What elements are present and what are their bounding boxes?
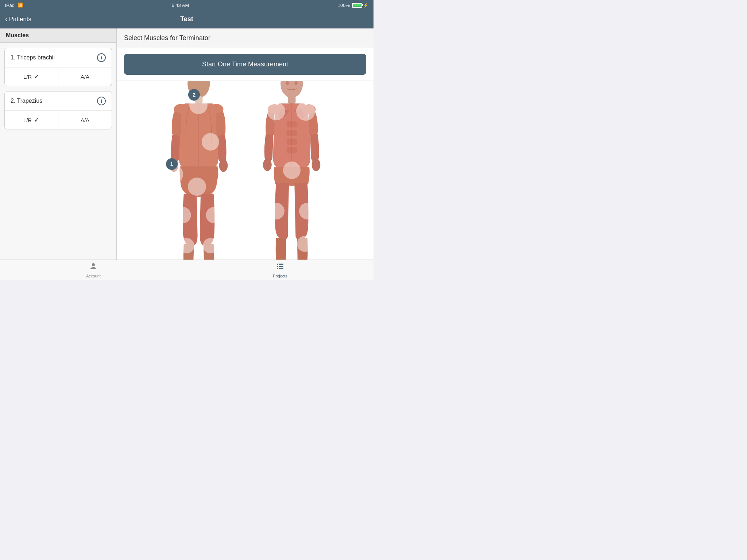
svg-rect-29: [277, 268, 278, 269]
muscle-badge-1: 1: [166, 158, 178, 170]
ghost-dot-2: [188, 178, 206, 196]
ghost-dot-4: [206, 207, 222, 223]
lr-check-2: ✓: [34, 116, 39, 124]
sidebar-title: Muscles: [0, 28, 116, 43]
lr-label-2: L/R: [23, 117, 32, 123]
lr-option-2[interactable]: L/R ✓: [5, 111, 58, 129]
lr-option-1[interactable]: L/R ✓: [5, 67, 58, 86]
content-area: Select Muscles for Terminator Start One …: [117, 28, 374, 260]
body-figures: 1 2: [120, 85, 370, 256]
front-figure: [252, 81, 331, 260]
svg-point-21: [312, 159, 321, 171]
tab-bar: Account Projects: [0, 260, 374, 280]
back-button[interactable]: ‹ Patients: [5, 15, 31, 23]
front-dot-6: [297, 236, 313, 252]
wifi-icon: 📶: [18, 3, 23, 8]
battery-bar: [352, 3, 362, 8]
svg-rect-12: [288, 97, 296, 104]
muscle-options-1: L/R ✓ A/A: [5, 67, 112, 86]
tab-projects[interactable]: Projects: [187, 260, 374, 280]
projects-icon: [276, 262, 285, 273]
ghost-dot-3: [175, 207, 191, 223]
status-left: iPad 📶: [5, 3, 23, 8]
svg-rect-28: [279, 266, 283, 267]
muscle-badge-2: 2: [188, 89, 200, 101]
svg-rect-30: [279, 268, 283, 269]
battery-fill: [353, 4, 361, 7]
sidebar: Muscles 1. Triceps brachii i L/R ✓ A/A 2…: [0, 28, 117, 260]
muscle-options-2: L/R ✓ A/A: [5, 111, 112, 129]
svg-rect-25: [277, 264, 278, 265]
back-label: Patients: [9, 16, 31, 23]
muscle-header-1: 1. Triceps brachii i: [5, 48, 112, 67]
aa-option-1[interactable]: A/A: [58, 67, 112, 86]
front-dot-1: [296, 102, 315, 121]
muscle-card-1: 1. Triceps brachii i L/R ✓ A/A: [4, 48, 112, 86]
lr-check-1: ✓: [34, 73, 39, 81]
aa-label-2: A/A: [81, 117, 89, 123]
info-icon-2[interactable]: i: [97, 97, 106, 105]
back-arrow-icon: ‹: [5, 15, 8, 23]
front-dot-2: [267, 102, 285, 120]
tab-account[interactable]: Account: [0, 260, 187, 280]
start-measurement-button[interactable]: Start One Time Measurement: [124, 54, 366, 75]
muscle-name-2: 2. Trapezius: [11, 98, 42, 104]
nav-bar: ‹ Patients Test: [0, 10, 374, 28]
front-dot-5: [268, 203, 285, 219]
ghost-dot-1: [202, 133, 219, 151]
status-right: 100% ⚡: [338, 3, 368, 8]
tab-account-label: Account: [86, 274, 101, 278]
svg-point-24: [92, 263, 95, 266]
info-icon-1[interactable]: i: [97, 53, 106, 62]
svg-point-11: [294, 81, 298, 85]
svg-rect-27: [277, 266, 278, 267]
start-button-container: Start One Time Measurement: [117, 48, 374, 81]
status-bar: iPad 📶 6:43 AM 100% ⚡: [0, 0, 374, 10]
front-dot-3: [283, 162, 301, 179]
ghost-dot-6: [203, 238, 218, 253]
content-title: Select Muscles for Terminator: [124, 34, 210, 42]
aa-option-2[interactable]: A/A: [58, 111, 112, 129]
time-display: 6:43 AM: [172, 3, 189, 8]
muscle-card-2: 2. Trapezius i L/R ✓ A/A: [4, 91, 112, 129]
svg-point-20: [263, 159, 272, 171]
charging-icon: ⚡: [363, 3, 368, 8]
lr-label-1: L/R: [23, 74, 32, 80]
content-header: Select Muscles for Terminator: [117, 28, 374, 48]
battery-indicator: ⚡: [352, 3, 368, 8]
account-icon: [89, 262, 98, 273]
svg-point-9: [281, 81, 303, 98]
tab-projects-label: Projects: [273, 274, 287, 278]
svg-rect-26: [279, 264, 283, 265]
main-layout: Muscles 1. Triceps brachii i L/R ✓ A/A 2…: [0, 28, 374, 260]
device-label: iPad: [5, 3, 15, 8]
nav-title: Test: [180, 15, 193, 23]
svg-point-6: [219, 159, 228, 172]
ghost-dot-5: [179, 238, 194, 253]
muscle-name-1: 1. Triceps brachii: [11, 54, 55, 61]
aa-label-1: A/A: [81, 74, 89, 80]
back-figure: 1 2: [159, 81, 238, 260]
muscle-header-2: 2. Trapezius i: [5, 92, 112, 111]
svg-point-10: [286, 81, 289, 85]
body-diagram[interactable]: 1 2: [117, 81, 374, 260]
front-dot-4: [299, 203, 316, 219]
battery-percent: 100%: [338, 3, 350, 8]
